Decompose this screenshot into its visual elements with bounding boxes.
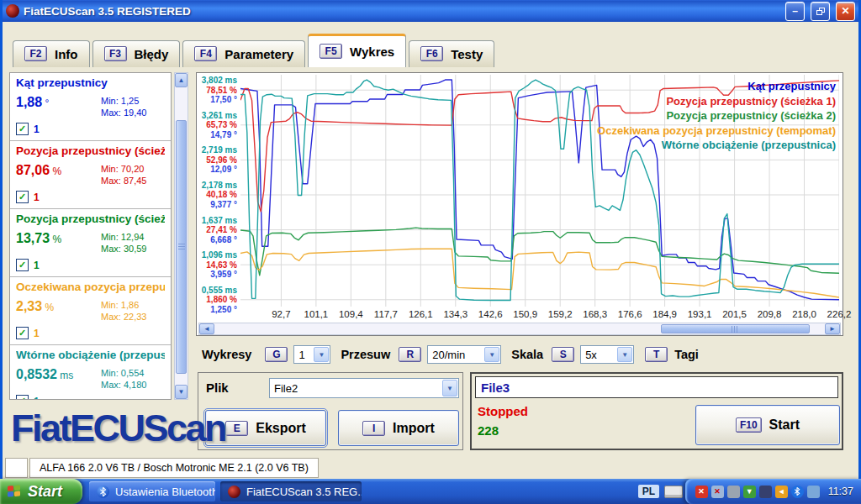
chevron-down-icon[interactable]: ▼ bbox=[442, 380, 457, 396]
tab-label: Info bbox=[55, 47, 78, 61]
task-label: Ustawienia Bluetooth bbox=[115, 486, 215, 498]
parameter-item: Oczekiwana pozycja przepustnicy (tempoma… bbox=[10, 277, 171, 345]
bluetooth-icon bbox=[97, 486, 109, 498]
import-button[interactable]: I Import bbox=[338, 410, 459, 446]
parameter-count: 1 bbox=[34, 260, 40, 271]
start-record-button[interactable]: F10 Start bbox=[695, 405, 840, 445]
tab-label: Parametery bbox=[224, 47, 293, 61]
y-axis-tick: 78,51 % bbox=[202, 86, 237, 96]
x-axis-tick: 101,1 bbox=[304, 309, 328, 319]
chart-plot[interactable]: Kąt przepustnicyPozycja przepustnicy (śc… bbox=[240, 75, 839, 307]
chevron-down-icon[interactable]: ▼ bbox=[617, 347, 632, 362]
minimize-button[interactable]: – bbox=[785, 2, 805, 21]
parameter-count: 1 bbox=[34, 328, 40, 339]
x-axis-tick: 134,3 bbox=[443, 309, 467, 319]
parameter-count: 1 bbox=[34, 192, 40, 203]
keyboard-icon[interactable] bbox=[664, 486, 683, 498]
taskbar-task-1[interactable]: Ustawienia Bluetooth bbox=[89, 481, 215, 501]
legend-entry: Pozycja przepustnicy (ścieżka 2) bbox=[597, 108, 836, 123]
battery-icon[interactable] bbox=[759, 486, 772, 498]
legend-entry: Oczekiwana pozycja przepustnicy (tempoma… bbox=[597, 123, 836, 139]
wykresy-count-select[interactable]: 1▼ bbox=[293, 345, 330, 364]
y-axis-tick: 3,959 ° bbox=[202, 270, 237, 280]
przesuw-select[interactable]: 20/min▼ bbox=[427, 345, 501, 364]
chart-legend: Kąt przepustnicyPozycja przepustnicy (śc… bbox=[597, 79, 836, 153]
chart-scrollbar[interactable]: ◄ ► bbox=[198, 323, 841, 335]
scrollbar-thumb[interactable] bbox=[176, 120, 187, 374]
g-key-icon[interactable]: G bbox=[265, 347, 288, 362]
clock: 11:37 bbox=[828, 486, 853, 497]
x-axis-tick: 176,6 bbox=[618, 309, 642, 319]
tab-testy[interactable]: F6Testy bbox=[409, 40, 494, 67]
parameter-checkbox[interactable]: ✓ bbox=[16, 259, 29, 271]
f10-key-icon: F10 bbox=[736, 417, 762, 433]
f5-key-icon: F5 bbox=[320, 44, 342, 59]
tab-parametery[interactable]: F4Parametery bbox=[182, 40, 305, 67]
status-bar: ALFA 166 2.0 V6 TB / Bosch Motronic ME 2… bbox=[5, 457, 856, 478]
parameter-title: Pozycja przepustnicy (ścieżka 1) bbox=[16, 144, 165, 157]
chevron-down-icon[interactable]: ▼ bbox=[314, 347, 329, 362]
scroll-left-icon[interactable]: ◄ bbox=[199, 323, 214, 334]
display-icon[interactable] bbox=[807, 486, 820, 498]
x-axis-tick: 209,8 bbox=[758, 309, 782, 319]
t-key-icon[interactable]: T bbox=[645, 347, 668, 362]
plik-label: Plik bbox=[206, 381, 229, 395]
tab-błędy[interactable]: F3Błędy bbox=[92, 40, 181, 67]
parameter-value: 0,8532 ms bbox=[16, 367, 73, 382]
parameter-sidebar: Kąt przepustnicy1,88 °Min: 1,25Max: 19,4… bbox=[9, 72, 172, 400]
x-axis-tick: 142,6 bbox=[478, 309, 503, 319]
record-group: File3 Stopped 228 F10 Start bbox=[470, 372, 843, 450]
parameter-title: Pozycja przepustnicy (ścieżka 2) bbox=[16, 213, 165, 225]
file-select[interactable]: File2▼ bbox=[269, 378, 459, 398]
y-axis-tick: 1,250 ° bbox=[202, 305, 237, 315]
legend-entry: Pozycja przepustnicy (ścieżka 1) bbox=[597, 94, 836, 109]
parameter-checkbox[interactable]: ✓ bbox=[16, 327, 29, 339]
y-axis-tick: 1,860 % bbox=[202, 295, 237, 305]
tab-label: Wykres bbox=[350, 45, 394, 59]
network-disconnected-icon[interactable]: ✕ bbox=[711, 486, 724, 498]
y-axis-tick: 17,50 ° bbox=[202, 95, 237, 105]
record-file-input[interactable]: File3 bbox=[475, 376, 838, 398]
language-indicator[interactable]: PL bbox=[638, 485, 659, 498]
app-icon[interactable] bbox=[6, 4, 19, 18]
parameter-title: Oczekiwana pozycja przepustnicy (tempoma… bbox=[16, 281, 165, 293]
chart-scrollbar-thumb[interactable] bbox=[661, 324, 810, 333]
legend-entry: Kąt przepustnicy bbox=[597, 79, 836, 94]
start-button[interactable]: Start bbox=[0, 479, 82, 504]
tab-info[interactable]: F2Info bbox=[13, 40, 90, 67]
x-axis-tick: 117,7 bbox=[374, 309, 398, 319]
r-key-icon[interactable]: R bbox=[399, 347, 421, 362]
taskbar-task-2[interactable]: FiatECUScan 3.5 REG... bbox=[220, 481, 362, 501]
y-axis-tick: 27,41 % bbox=[202, 225, 237, 235]
parameter-checkbox[interactable]: ✓ bbox=[16, 123, 29, 135]
scroll-right-icon[interactable]: ► bbox=[825, 323, 840, 334]
y-axis-tick: 2,178 ms bbox=[202, 181, 237, 191]
volume-icon[interactable]: ◄ bbox=[775, 486, 788, 498]
parameter-item: Wtórne obciążenie (przepustnica)0,8532 m… bbox=[10, 345, 171, 400]
bluetooth-icon[interactable] bbox=[791, 486, 804, 498]
audio-device-icon[interactable] bbox=[727, 486, 740, 498]
x-axis-tick: 159,2 bbox=[548, 309, 573, 319]
update-download-icon[interactable]: ▼ bbox=[743, 486, 756, 498]
y-axis-group: 1,637 ms27,41 %6,668 ° bbox=[202, 216, 237, 245]
scroll-up-icon[interactable]: ▲ bbox=[175, 73, 188, 87]
parameter-checkbox[interactable]: ✓ bbox=[16, 191, 29, 203]
windows-flag-icon bbox=[8, 485, 22, 498]
skala-select[interactable]: 5x▼ bbox=[580, 345, 634, 364]
security-shield-icon[interactable]: ✕ bbox=[695, 486, 708, 498]
restore-button[interactable] bbox=[811, 2, 830, 21]
tab-wykres[interactable]: F5Wykres bbox=[308, 34, 406, 67]
y-axis-tick: 65,73 % bbox=[202, 120, 237, 130]
s-key-icon[interactable]: S bbox=[552, 347, 574, 362]
scroll-down-icon[interactable]: ▼ bbox=[175, 385, 188, 399]
parameter-value: 13,73 % bbox=[16, 231, 61, 246]
parameter-minmax: Min: 1,86Max: 22,33 bbox=[101, 299, 165, 323]
parameter-count: 1 bbox=[34, 396, 40, 401]
parameter-checkbox[interactable]: ✓ bbox=[16, 395, 29, 400]
chevron-down-icon[interactable]: ▼ bbox=[484, 347, 499, 362]
sidebar-scrollbar[interactable]: ▲ ▼ bbox=[174, 72, 188, 400]
wykresy-label: Wykresy bbox=[202, 348, 251, 361]
f2-key-icon: F2 bbox=[24, 46, 47, 61]
title-bar[interactable]: FiatECUScan 3.5 REGISTERED – ✕ bbox=[3, 0, 858, 22]
close-button[interactable]: ✕ bbox=[836, 2, 855, 21]
